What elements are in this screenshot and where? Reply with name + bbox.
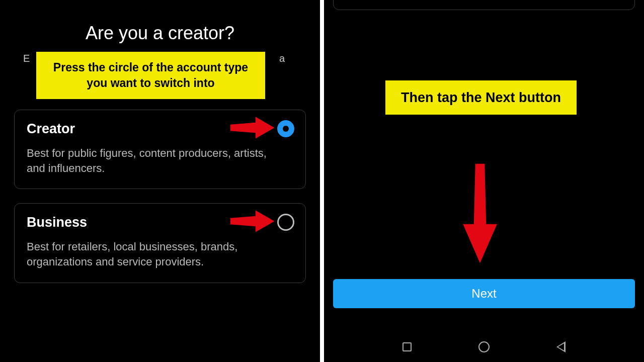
arrow-right-icon <box>230 209 275 234</box>
account-type-option-business[interactable]: Business Best for retailers, local busin… <box>14 203 306 283</box>
nav-back-icon[interactable] <box>556 341 566 352</box>
page-title: Are you a creator? <box>0 0 320 44</box>
radio-selected-icon[interactable] <box>277 120 294 137</box>
partial-card-top <box>333 0 635 10</box>
arrow-right-icon <box>230 115 275 140</box>
nav-home-icon[interactable] <box>478 341 490 352</box>
svg-marker-0 <box>230 116 275 139</box>
instruction-callout-1: Press the circle of the account type you… <box>36 52 265 99</box>
svg-marker-1 <box>230 210 275 233</box>
left-screenshot-panel: Are you a creator? E a Press the circle … <box>0 0 320 362</box>
next-button-label: Next <box>471 287 496 301</box>
right-screenshot-panel: Then tap the Next button Next <box>324 0 644 362</box>
panel-divider <box>320 0 324 362</box>
next-button[interactable]: Next <box>333 279 635 308</box>
svg-marker-2 <box>462 163 498 264</box>
android-nav-bar <box>324 332 644 362</box>
arrow-down-icon <box>462 163 498 264</box>
nav-recent-icon[interactable] <box>403 342 412 351</box>
option-description: Best for public figures, content produce… <box>27 146 268 175</box>
instruction-callout-2: Then tap the Next button <box>385 80 577 115</box>
account-type-option-creator[interactable]: Creator Best for public figures, content… <box>14 110 306 189</box>
option-description: Best for retailers, local businesses, br… <box>27 239 268 269</box>
